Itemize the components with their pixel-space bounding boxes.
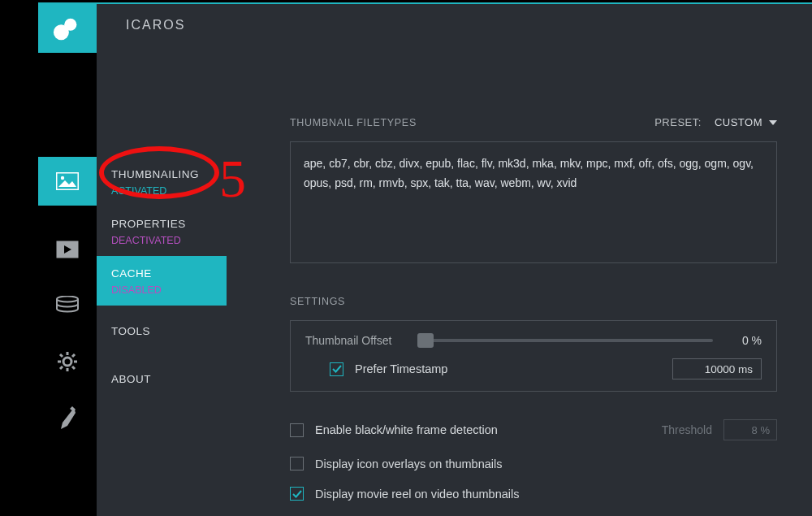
overlay-row: Display icon overlays on thumbnails	[290, 457, 777, 470]
slider-thumb[interactable]	[417, 333, 434, 348]
threshold-input[interactable]: 8 %	[723, 419, 777, 440]
sidebar: THUMBNAILING ACTIVATED PROPERTIES DEACTI…	[97, 53, 227, 516]
offset-value: 0 %	[721, 334, 762, 347]
bw-detection-row: Enable black/white frame detection Thres…	[290, 419, 777, 440]
reel-checkbox[interactable]	[290, 487, 304, 501]
filetypes-textbox[interactable]: ape, cb7, cbr, cbz, divx, epub, flac, fl…	[290, 141, 777, 263]
offset-row: Thumbnail Offset 0 %	[305, 334, 762, 347]
main-panel: THUMBNAIL FILETYPES PRESET: CUSTOM ape, …	[227, 53, 812, 516]
about-rail-icon[interactable]	[38, 394, 97, 443]
sidebar-item-cache[interactable]: CACHE DISABLED	[97, 256, 227, 306]
tools-rail-icon[interactable]	[38, 337, 97, 386]
sidebar-item-label: PROPERTIES	[111, 218, 212, 230]
app-title: ICAROS	[126, 18, 185, 33]
filetypes-label: THUMBNAIL FILETYPES	[290, 117, 417, 128]
svg-line-14	[72, 354, 75, 357]
prefer-timestamp-row: Prefer Timestamp 10000 ms	[305, 358, 762, 379]
prefer-timestamp-checkbox[interactable]	[330, 362, 343, 376]
settings-label: SETTINGS	[290, 296, 812, 307]
svg-rect-2	[57, 173, 79, 190]
properties-rail-icon[interactable]	[38, 225, 97, 274]
sidebar-item-properties[interactable]: PROPERTIES DEACTIVATED	[97, 206, 227, 256]
sidebar-item-tools[interactable]: TOOLS	[97, 306, 227, 357]
svg-line-12	[72, 366, 75, 369]
cache-rail-icon[interactable]	[38, 280, 97, 329]
sidebar-item-label: TOOLS	[111, 325, 212, 337]
bw-label: Enable black/white frame detection	[315, 423, 498, 436]
app-logo	[38, 4, 97, 53]
svg-point-5	[57, 297, 78, 302]
check-icon	[332, 364, 342, 374]
preset-dropdown[interactable]: CUSTOM	[715, 116, 777, 128]
timestamp-input[interactable]: 10000 ms	[672, 358, 762, 379]
offset-label: Thumbnail Offset	[305, 334, 409, 347]
threshold-wrap: Threshold 8 %	[662, 419, 777, 440]
icon-rail	[38, 53, 97, 516]
sidebar-item-label: CACHE	[111, 267, 212, 280]
threshold-label: Threshold	[662, 423, 712, 436]
sidebar-item-label: THUMBNAILING	[111, 168, 212, 180]
reel-row: Display movie reel on video thumbnails	[290, 487, 777, 501]
chevron-down-icon	[769, 120, 777, 125]
overlay-label: Display icon overlays on thumbnails	[315, 457, 503, 470]
svg-point-1	[54, 24, 69, 40]
preset-wrap: PRESET: CUSTOM	[654, 116, 777, 128]
sidebar-item-status: ACTIVATED	[111, 185, 212, 197]
filetypes-header: THUMBNAIL FILETYPES PRESET: CUSTOM	[290, 116, 777, 128]
prefer-timestamp-label: Prefer Timestamp	[355, 362, 447, 375]
sidebar-item-thumbnailing[interactable]: THUMBNAILING ACTIVATED	[97, 157, 227, 206]
check-icon	[292, 489, 302, 499]
preset-label: PRESET:	[654, 116, 702, 128]
bw-checkbox[interactable]	[290, 423, 304, 437]
sidebar-item-about[interactable]: ABOUT	[97, 357, 227, 395]
svg-point-3	[61, 176, 64, 180]
svg-line-13	[60, 366, 63, 369]
offset-slider[interactable]	[417, 339, 713, 342]
sidebar-item-status: DISABLED	[111, 284, 212, 296]
reel-label: Display movie reel on video thumbnails	[315, 488, 519, 501]
sidebar-spacer	[97, 53, 227, 157]
settings-box: Thumbnail Offset 0 % Prefer Timestamp 10…	[290, 320, 777, 392]
preset-value-text: CUSTOM	[715, 116, 762, 128]
svg-line-11	[60, 354, 63, 357]
sidebar-item-status: DEACTIVATED	[111, 235, 212, 246]
svg-point-6	[63, 358, 71, 366]
overlay-checkbox[interactable]	[290, 457, 304, 470]
thumbnailing-rail-icon[interactable]	[38, 157, 97, 206]
sidebar-item-label: ABOUT	[111, 373, 212, 385]
